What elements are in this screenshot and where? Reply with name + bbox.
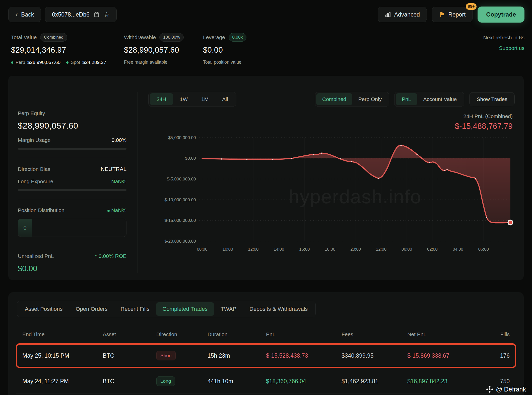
svg-text:20:00: 20:00 — [350, 247, 361, 252]
scope-tabs: Combined Perp Only — [315, 92, 389, 107]
table-row[interactable]: May 24, 6:32 AM kPEPE Long 1455h 33m $25… — [16, 393, 516, 395]
report-button[interactable]: ⚑ Report — [432, 7, 473, 22]
topbar-actions: Advanced ⚑ Report 99+ Copytrade — [378, 7, 524, 23]
tab-scope-perp-only[interactable]: Perp Only — [352, 93, 388, 105]
table-row[interactable]: May 24, 11:27 PM BTC Long 441h 10m $18,3… — [16, 369, 516, 393]
brand-label: @ Defrank — [496, 386, 526, 393]
cell-direction: Short — [156, 351, 208, 360]
combined-chip: Combined — [40, 33, 67, 42]
pnl-line-chart[interactable]: 08:0010:0012:0014:0016:0018:0020:0022:00… — [148, 131, 515, 253]
distribution-dot-icon — [107, 210, 110, 212]
favorite-star-icon[interactable]: ☆ — [104, 11, 110, 19]
tab-range-all[interactable]: All — [215, 93, 235, 105]
col-net-pnl: Net PnL — [407, 331, 480, 337]
copytrade-button[interactable]: Copytrade — [478, 7, 524, 23]
advanced-button[interactable]: Advanced — [378, 7, 427, 22]
tab-range-1m[interactable]: 1M — [194, 93, 215, 105]
support-us-link[interactable]: Support us — [483, 45, 524, 51]
leverage-label: Leverage — [203, 34, 225, 40]
svg-text:16:00: 16:00 — [299, 247, 310, 252]
svg-text:18:00: 18:00 — [325, 247, 335, 252]
stat-total-value: Total Value Combined $29,014,346.97 Perp… — [11, 33, 109, 65]
withdrawable-sub: Free margin available — [124, 60, 167, 65]
spot-value: $24,289.37 — [82, 60, 106, 65]
roe-value: ↑ 0.00% ROE — [95, 253, 126, 259]
svg-text:10:00: 10:00 — [223, 247, 233, 252]
back-button[interactable]: ‹ Back — [8, 7, 41, 22]
tab-mode-pnl[interactable]: PnL — [396, 93, 417, 105]
svg-text:$5,000,000.00: $5,000,000.00 — [168, 135, 196, 140]
cell-duration: 15h 23m — [208, 352, 266, 359]
perp-equity-value: $28,990,057.60 — [18, 121, 126, 131]
direction-bias-value: NEUTRAL — [101, 166, 126, 172]
tab-mode-account-value[interactable]: Account Value — [417, 93, 463, 105]
chart-area: 24H 1W 1M All Combined Perp Only PnL Acc… — [138, 92, 515, 273]
col-asset: Asset — [103, 331, 156, 337]
svg-text:08:00: 08:00 — [197, 247, 208, 252]
perp-equity-label: Perp Equity — [18, 110, 126, 116]
refresh-countdown: Next refresh in 6s — [483, 35, 524, 41]
divider — [18, 245, 126, 245]
cell-fees: $1,462,923.81 — [342, 378, 407, 385]
cell-direction: Long — [156, 376, 208, 386]
tab-scope-combined[interactable]: Combined — [316, 93, 352, 105]
wallet-address-pill[interactable]: 0x5078...eDb6 ☆ — [45, 7, 117, 22]
svg-text:12:00: 12:00 — [248, 247, 259, 252]
svg-text:$-15,000,000.00: $-15,000,000.00 — [164, 218, 196, 223]
perp-label: Perp — [16, 60, 25, 65]
chart-controls: 24H 1W 1M All Combined Perp Only PnL Acc… — [148, 92, 515, 107]
withdrawable-label: Withdrawable — [124, 34, 156, 40]
top-bar: ‹ Back 0x5078...eDb6 ☆ Advanced ⚑ — [8, 7, 524, 23]
long-exposure-value: NaN% — [111, 178, 126, 184]
svg-text:$-10,000,000.00: $-10,000,000.00 — [164, 197, 196, 202]
total-value-label: Total Value — [11, 34, 37, 40]
cell-pnl: $-15,528,438.73 — [266, 352, 342, 359]
direction-bias-label: Direction Bias — [18, 166, 50, 172]
copy-icon[interactable] — [94, 12, 100, 18]
refresh-block: Next refresh in 6s Support us — [483, 33, 524, 51]
tab-twap[interactable]: TWAP — [214, 302, 243, 316]
advanced-label: Advanced — [394, 11, 420, 18]
position-distribution-bar: 0 — [18, 219, 126, 237]
svg-text:hyperdash.info: hyperdash.info — [289, 186, 422, 207]
tab-deposits-withdrawals[interactable]: Deposits & Withdrawals — [243, 302, 314, 316]
spot-label: Spot — [71, 60, 80, 65]
tab-asset-positions[interactable]: Asset Positions — [18, 302, 69, 316]
diamond-logo-icon — [486, 385, 493, 393]
report-label: Report — [448, 11, 466, 18]
tab-open-orders[interactable]: Open Orders — [69, 302, 114, 316]
cell-asset: BTC — [103, 352, 156, 359]
mode-tabs: PnL Account Value — [394, 92, 464, 107]
cell-duration: 441h 10m — [208, 378, 266, 385]
svg-text:22:00: 22:00 — [376, 247, 386, 252]
cell-fills: 176 — [480, 352, 510, 359]
tab-range-1w[interactable]: 1W — [173, 93, 195, 105]
col-end-time: End Time — [22, 331, 103, 337]
col-duration: Duration — [208, 331, 266, 337]
tab-recent-fills[interactable]: Recent Fills — [114, 302, 156, 316]
show-trades-button[interactable]: Show Trades — [469, 92, 515, 106]
stat-withdrawable: Withdrawable 100.00% $28,990,057.60 Free… — [124, 33, 188, 65]
table-row[interactable]: May 25, 10:15 PM BTC Short 15h 23m $-15,… — [16, 343, 516, 368]
spot-dot-icon — [66, 61, 69, 64]
long-exposure-label: Long Exposure — [18, 178, 53, 184]
col-fills: Fills — [480, 331, 510, 337]
unrealized-pnl-label: Unrealized PnL — [18, 253, 54, 259]
arrow-up-icon: ↑ — [95, 253, 97, 259]
tab-range-24h[interactable]: 24H — [150, 93, 173, 105]
unrealized-pnl-value: $0.00 — [18, 264, 126, 273]
col-direction: Direction — [156, 331, 208, 337]
cell-pnl: $18,360,766.04 — [266, 378, 342, 385]
position-distribution-value: NaN% — [107, 207, 126, 213]
tab-completed-trades[interactable]: Completed Trades — [156, 302, 214, 316]
divider — [18, 158, 126, 158]
direction-badge: Short — [156, 351, 176, 360]
chevron-left-icon: ‹ — [15, 11, 18, 18]
trades-tabs: Asset Positions Open Orders Recent Fills… — [17, 301, 316, 317]
svg-text:00:00: 00:00 — [402, 247, 412, 252]
withdrawable-amount: $28,990,057.60 — [124, 46, 188, 55]
svg-text:04:00: 04:00 — [453, 247, 463, 252]
chart-card: Perp Equity $28,990,057.60 Margin Usage … — [8, 76, 524, 280]
leverage-chip: 0.00x — [229, 33, 247, 42]
trades-card: Asset Positions Open Orders Recent Fills… — [8, 292, 524, 395]
